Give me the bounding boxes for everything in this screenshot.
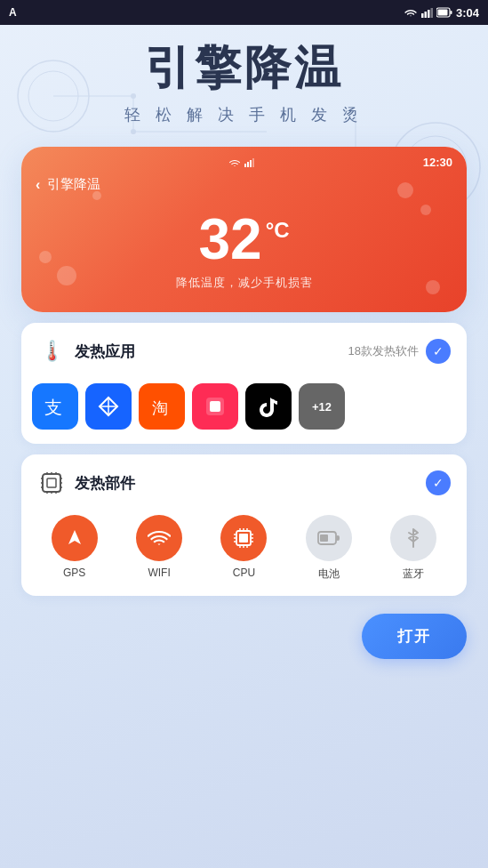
bluetooth-label: 蓝牙: [403, 567, 424, 582]
svg-rect-28: [210, 401, 220, 412]
signal-icon: [420, 7, 433, 18]
svg-rect-21: [252, 158, 254, 167]
dot-5: [92, 191, 101, 200]
heat-apps-header-left: 🌡️ 发热应用: [37, 337, 135, 366]
alipay-logo: 支: [41, 392, 69, 421]
heat-apps-header: 🌡️ 发热应用 18款发热软件 ✓: [21, 323, 467, 380]
heat-apps-icon: 🌡️: [37, 337, 66, 366]
phone-time: 12:30: [423, 156, 452, 169]
component-wifi[interactable]: WIFI: [131, 515, 188, 582]
gps-icon: [63, 526, 86, 550]
status-bar-right: 3:04: [404, 6, 479, 20]
app-icon-tiktok[interactable]: [245, 383, 292, 430]
heat-apps-title: 发热应用: [75, 342, 135, 362]
status-bar: A 3:04: [0, 0, 488, 25]
app-label: A: [9, 6, 17, 19]
component-icons-row: GPS WIFI: [21, 511, 467, 596]
cpu-label: CPU: [233, 567, 255, 579]
svg-rect-2: [428, 10, 430, 18]
app-icon-alipay[interactable]: 支: [32, 383, 78, 430]
heat-components-header: 发热部件 ✓: [21, 454, 467, 511]
app-icon-app4[interactable]: [192, 383, 238, 430]
component-cpu[interactable]: CPU: [215, 515, 272, 582]
heat-components-header-left: 发热部件: [37, 469, 135, 497]
back-arrow-icon: ‹: [36, 177, 40, 193]
heat-components-check-btn[interactable]: ✓: [426, 470, 451, 495]
app4-logo: [201, 392, 229, 421]
main-content: 引擎降温 轻 松 解 决 手 机 发 烫: [0, 25, 488, 673]
heat-components-section: 发热部件 ✓ GPS WIFI: [21, 454, 467, 596]
hero-title: 引擎降温: [21, 43, 467, 93]
status-bar-left: A: [9, 6, 17, 19]
gps-icon-circle: [52, 515, 98, 561]
svg-rect-29: [43, 474, 60, 492]
heat-apps-badge: 18款发热软件: [348, 343, 419, 359]
wifi-icon: [404, 7, 417, 18]
app-icon-more[interactable]: +12: [299, 383, 345, 430]
svg-rect-59: [320, 534, 328, 542]
battery-icon: [436, 7, 452, 18]
svg-rect-19: [247, 162, 249, 167]
svg-rect-20: [250, 160, 252, 167]
phone-status-icons: [228, 158, 257, 167]
time-display: 3:04: [456, 6, 479, 20]
phone-signal-icon: [244, 158, 257, 167]
wifi-comp-icon: [148, 528, 171, 548]
cpu-icon-circle: [220, 515, 267, 561]
svg-rect-60: [336, 535, 340, 541]
cpu-icon: [233, 527, 254, 549]
svg-rect-18: [244, 164, 246, 167]
dot-6: [426, 280, 440, 294]
app-icon-taobao[interactable]: 淘: [139, 383, 185, 430]
component-battery[interactable]: 电池: [300, 515, 357, 582]
heat-components-title: 发热部件: [75, 473, 135, 494]
phone-page-title: 引擎降温: [47, 176, 100, 193]
component-bluetooth[interactable]: 蓝牙: [385, 515, 442, 582]
bluetooth-icon-circle: [390, 515, 436, 561]
phone-mockup-card: 12:30 ‹ 引擎降温 32 °C 降低温度，减少手机损害: [21, 147, 467, 312]
svg-rect-6: [450, 11, 452, 14]
gps-label: GPS: [63, 567, 85, 579]
battery-label: 电池: [318, 567, 340, 582]
phone-wifi-icon: [228, 158, 241, 167]
svg-rect-30: [47, 478, 56, 487]
svg-rect-45: [239, 534, 248, 542]
phone-header: 12:30 ‹ 引擎降温 32 °C 降低温度，减少手机损害: [21, 147, 467, 312]
tiktok-logo: [256, 394, 281, 419]
app-more-label: +12: [312, 400, 332, 414]
open-button[interactable]: 打开: [362, 614, 467, 659]
heat-components-icon: [37, 469, 66, 497]
svg-rect-1: [424, 12, 427, 18]
dot-1: [397, 182, 413, 198]
svg-rect-0: [421, 13, 424, 18]
heat-apps-section: 🌡️ 发热应用 18款发热软件 ✓ 支: [21, 323, 467, 444]
taobao-logo: 淘: [148, 392, 176, 421]
svg-marker-43: [68, 530, 81, 544]
feishu-logo: [96, 394, 121, 419]
component-gps[interactable]: GPS: [46, 515, 103, 582]
phone-temp-unit: °C: [266, 220, 290, 241]
app-icon-feishu[interactable]: [85, 383, 132, 430]
phone-header-bar: 12:30: [36, 156, 452, 169]
svg-rect-3: [430, 8, 433, 18]
heat-apps-check-btn[interactable]: ✓: [426, 339, 451, 364]
battery-icon-circle: [306, 515, 352, 561]
battery-comp-icon: [317, 528, 340, 548]
svg-text:支: 支: [44, 398, 62, 417]
open-btn-area: 打开: [21, 607, 467, 673]
wifi-icon-circle: [136, 515, 182, 561]
phone-temp-area: 32 °C 降低温度，减少手机损害: [36, 211, 452, 291]
phone-temperature: 32 °C: [198, 211, 289, 268]
wifi-label: WIFI: [148, 567, 170, 579]
app-icons-row: 支 淘: [21, 380, 467, 444]
component-icon: [39, 470, 64, 495]
svg-rect-5: [437, 10, 447, 16]
phone-temp-desc: 降低温度，减少手机损害: [36, 275, 452, 291]
svg-text:淘: 淘: [152, 399, 168, 417]
hero-subtitle: 轻 松 解 决 手 机 发 烫: [21, 104, 467, 125]
bluetooth-icon: [404, 526, 422, 550]
